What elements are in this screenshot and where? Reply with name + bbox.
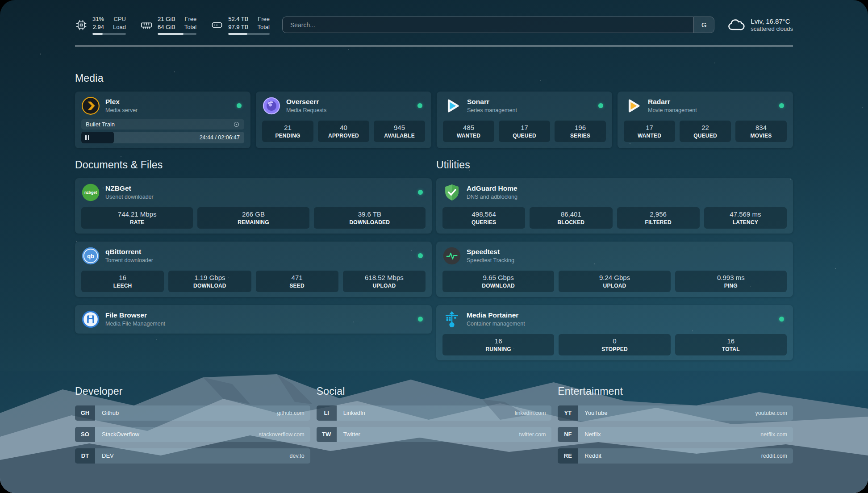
stat-remaining: 266 GBREMAINING [197, 207, 309, 229]
section-documents: Documents & Files nzbgetNZBGetUsenet dow… [75, 159, 432, 334]
status-online-dot [598, 103, 603, 108]
stat-label: PENDING [265, 133, 311, 139]
portainer-icon [442, 310, 461, 329]
bookmark-group-title: Social [317, 385, 552, 397]
service-card-radarr[interactable]: RadarrMovie management17WANTED22QUEUED83… [618, 92, 793, 148]
service-description: Movie management [648, 107, 697, 113]
search-bar: G [282, 17, 714, 33]
service-description: Media server [105, 107, 138, 113]
cpu-icon [75, 19, 88, 31]
stat-label: LATENCY [707, 219, 784, 226]
stat-value: 744.21 Mbps [84, 210, 190, 218]
stat-rate: 744.21 MbpsRATE [81, 207, 193, 229]
service-description: DNS and adblocking [467, 194, 517, 200]
bookmark-abbr: NF [558, 427, 578, 442]
nzbget-icon: nzbget [81, 183, 100, 202]
disc-icon [233, 121, 240, 128]
stat-running: 16RUNNING [442, 334, 554, 355]
stat-value: 266 GB [200, 210, 306, 218]
service-card-sonarr[interactable]: SonarrSeries management485WANTED17QUEUED… [437, 92, 612, 148]
stat-label: RATE [84, 219, 190, 226]
stat-value: 471 [259, 274, 336, 281]
stat-seed: 471SEED [256, 271, 338, 292]
stat-value: 47.569 ms [707, 210, 784, 218]
bookmark-stackoverflow[interactable]: SOStackOverflowstackoverflow.com [75, 427, 310, 442]
weather-location-temp: Lviv, 16.87°C [751, 17, 793, 26]
stat-available: 945AVAILABLE [374, 121, 425, 142]
bookmark-youtube[interactable]: YTYouTubeyoutube.com [558, 405, 793, 421]
status-online-dot [779, 103, 784, 108]
stat-value: 16 [678, 337, 784, 345]
resource-disk-widget: 52.4 TB97.9 TBFreeTotal [211, 15, 270, 35]
search-provider-button[interactable]: G [693, 17, 714, 33]
service-card-filebrowser[interactable]: File BrowserMedia File Management [75, 305, 432, 334]
documents-cards: nzbgetNZBGetUsenet downloader744.21 Mbps… [75, 178, 432, 334]
bookmark-url: reddit.com [761, 453, 793, 459]
search-input[interactable] [282, 17, 693, 33]
stat-label: FILTERED [620, 219, 697, 226]
service-name: qBittorrent [105, 248, 153, 256]
stat-series: 196SERIES [555, 121, 606, 142]
service-card-nzbget[interactable]: nzbgetNZBGetUsenet downloader744.21 Mbps… [75, 178, 432, 234]
filebrowser-icon [81, 310, 100, 329]
service-name: Overseerr [286, 98, 326, 106]
qbittorrent-icon: qb [81, 246, 100, 265]
service-description: Speedtest Tracking [467, 257, 514, 263]
stat-label: AVAILABLE [376, 133, 422, 139]
topbar-divider [75, 46, 793, 46]
service-description: Container management [467, 321, 525, 327]
stat-label: WANTED [446, 133, 492, 139]
bookmark-twitter[interactable]: TWTwittertwitter.com [317, 427, 552, 442]
service-card-overseerr[interactable]: OverseerrMedia Requests21PENDING40APPROV… [256, 92, 431, 148]
service-card-plex[interactable]: PlexMedia serverBullet Train24:44 / 02:0… [75, 92, 250, 148]
stat-label: MOVIES [738, 133, 784, 139]
resource-labels: FreeTotal [257, 15, 269, 31]
bookmark-abbr: YT [558, 405, 578, 421]
stat-stopped: 0STOPPED [559, 334, 670, 355]
stat-label: DOWNLOADED [317, 219, 423, 226]
service-card-adguard[interactable]: AdGuard HomeDNS and adblocking498,564QUE… [436, 178, 793, 234]
stat-queries: 498,564QUERIES [442, 207, 525, 229]
stat-download: 9.65 GbpsDOWNLOAD [442, 271, 554, 292]
service-card-qbittorrent[interactable]: qbqBittorrentTorrent downloader16LEECH1.… [75, 242, 432, 297]
bookmark-netflix[interactable]: NFNetflixnetflix.com [558, 427, 793, 442]
stat-value: 16 [84, 274, 161, 281]
stat-value: 1.19 Gbps [171, 274, 248, 281]
stat-value: 2,956 [620, 210, 697, 218]
resource-usage-bar [92, 33, 126, 35]
bookmark-abbr: SO [75, 427, 95, 442]
service-card-speedtest[interactable]: SpeedtestSpeedtest Tracking9.65 GbpsDOWN… [436, 242, 793, 297]
stat-pending: 21PENDING [262, 121, 313, 142]
playback-time: 24:44 / 02:06:47 [200, 134, 244, 141]
topbar: 31%2.94CPULoad21 GiB64 GiBFreeTotal52.4 … [75, 15, 793, 35]
bookmark-github[interactable]: GHGithubgithub.com [75, 405, 310, 421]
stat-value: 0.993 ms [678, 274, 784, 281]
stat-label: QUEUED [682, 133, 728, 139]
resource-cpu-widget: 31%2.94CPULoad [75, 15, 126, 35]
bookmark-abbr: DT [75, 448, 95, 464]
bookmark-reddit[interactable]: RERedditreddit.com [558, 448, 793, 464]
stat-value: 834 [738, 124, 784, 131]
resource-usage-fill [92, 33, 103, 35]
bookmark-linkedin[interactable]: LILinkedInlinkedin.com [317, 405, 552, 421]
bookmark-url: linkedin.com [515, 410, 551, 416]
stat-value: 9.65 Gbps [445, 274, 551, 281]
stat-value: 39.6 TB [317, 210, 423, 218]
bookmark-dev[interactable]: DTDEVdev.to [75, 448, 310, 464]
service-name: File Browser [105, 311, 165, 319]
section-title-utilities: Utilities [436, 159, 793, 171]
resource-memory-widget: 21 GiB64 GiBFreeTotal [140, 15, 196, 35]
bookmark-groups: DeveloperGHGithubgithub.comSOStackOverfl… [75, 385, 793, 464]
service-card-portainer[interactable]: Media PortainerContainer management16RUN… [436, 305, 793, 360]
stat-label: UPLOAD [346, 283, 423, 289]
service-name: NZBGet [105, 184, 154, 192]
stat-value: 945 [376, 124, 422, 131]
service-name: Sonarr [467, 98, 517, 106]
stat-label: UPLOAD [561, 283, 668, 289]
bookmark-group-title: Entertainment [558, 385, 793, 397]
bookmark-name: Twitter [343, 431, 360, 438]
stat-label: TOTAL [678, 346, 784, 352]
service-name: Plex [105, 98, 138, 106]
weather-widget[interactable]: Lviv, 16.87°C scattered clouds [727, 16, 793, 34]
stat-value: 17 [626, 124, 672, 131]
